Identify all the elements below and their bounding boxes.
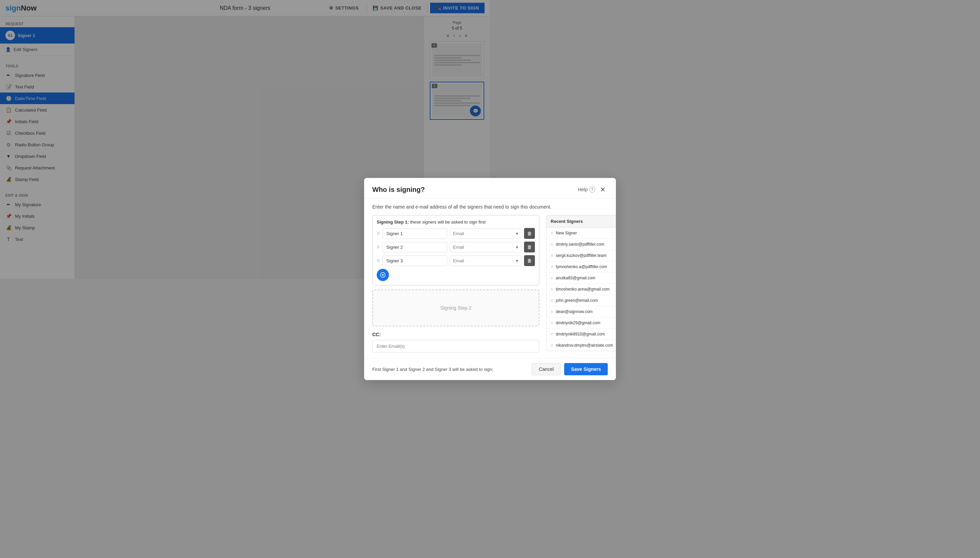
signer-row-1: ≡ ▾ 🗑 [377,228,490,239]
signer-row-2: ≡ ▾ 🗑 [377,241,490,253]
modal-header: Who is signing? Help ? ✕ [364,178,490,199]
drag-handle-icon[interactable]: ≡ [377,244,380,250]
signer-3-name-input[interactable] [382,256,447,266]
signer-1-name-input[interactable] [382,228,447,239]
signer-3-email-wrapper: ▾ [450,256,490,266]
add-signer-button[interactable] [377,269,389,279]
drag-handle-icon[interactable]: ≡ [377,230,380,236]
signer-2-name-input[interactable] [382,242,447,253]
signing-step-1-box: Signing Step 1: these signers will be as… [372,215,490,279]
signer-2-email-wrapper: ▾ [450,242,490,253]
signer-3-email-input[interactable] [450,256,490,266]
signing-steps: Signing Step 1: these signers will be as… [372,215,490,279]
signer-2-email-input[interactable] [450,242,490,252]
add-signer-icon [380,272,386,278]
signer-1-email-wrapper: ▾ [450,228,490,239]
modal-title: Who is signing? [372,186,425,194]
signer-1-email-input[interactable] [450,229,490,238]
step-1-label: Signing Step 1: these signers will be as… [377,220,490,225]
drag-handle-icon[interactable]: ≡ [377,258,380,264]
modal-body: Enter the name and e-mail address of all… [364,199,490,279]
signer-row-3: ≡ ▾ 🗑 [377,255,490,266]
modal-content: Signing Step 1: these signers will be as… [372,215,490,279]
modal-overlay: Who is signing? Help ? ✕ Enter the name … [0,0,490,279]
modal-description: Enter the name and e-mail address of all… [372,204,490,210]
who-is-signing-modal: Who is signing? Help ? ✕ Enter the name … [364,178,490,279]
